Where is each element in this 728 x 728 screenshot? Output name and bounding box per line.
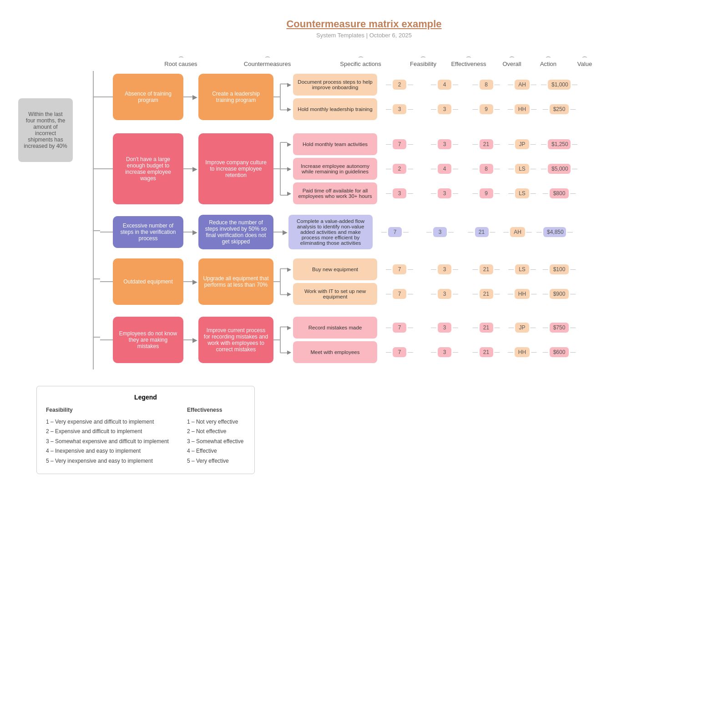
metric-badge: $600 [550,347,569,357]
legend-title: Legend [46,394,245,401]
metric-badge: $5,000 [548,164,571,174]
metric-badge: JP [515,139,529,149]
metric-badge: 3 [438,104,451,114]
metric-badge: $1,250 [548,139,571,149]
metric-badge: 3 [393,188,406,198]
metric-badge: 8 [480,164,493,174]
metric-badge: $900 [550,289,569,299]
metric-badge: 21 [480,139,493,149]
metric-badge: 3 [438,289,451,299]
col-value: Value [577,61,592,67]
metric-badge: 3 [438,347,451,357]
legend-effectiveness-item: 5 – Very effective [187,456,244,466]
metric-badge: AH [510,227,525,237]
row-group: Outdated equipment▶Upgrade all equipment… [100,256,710,308]
metric-badge: $100 [550,264,569,274]
row-group: Employees do not know they are making mi… [100,314,710,366]
metric-badge: HH [515,289,530,299]
metric-badge: 7 [388,227,402,237]
metric-badge: 7 [393,323,406,333]
row-group: Excessive number of steps in the verific… [100,215,710,249]
countermeasure-node: Improve company culture to increase empl… [198,133,273,204]
metric-badge: 21 [480,323,493,333]
specific-action-box: Complete a value-added flow analysis to … [288,215,373,249]
legend-effectiveness-item: 4 – Effective [187,446,244,456]
legend-effectiveness-item: 2 – Not effective [187,427,244,437]
col-overall: Overall [502,61,521,67]
metric-badge: 8 [480,80,493,90]
metric-badge: LS [515,264,529,274]
metric-badge: 4 [438,80,451,90]
metric-badge: 21 [480,264,493,274]
metric-badge: 7 [393,347,406,357]
specific-action-box: Buy new equipment [293,258,377,280]
metric-badge: JP [515,323,529,333]
page-title: Countermeasure matrix example [18,18,710,30]
metric-badge: $750 [550,323,569,333]
legend-effectiveness-item: 3 – Somewhat effective [187,437,244,447]
col-countermeasures: Countermeasures [244,61,291,67]
metric-badge: $250 [550,104,569,114]
specific-action-box: Increase employee autonomy while remaini… [293,158,377,180]
specific-action-box: Work with IT to set up new equipment [293,283,377,305]
legend-feasibility-item: 5 – Very inexpensive and easy to impleme… [46,456,169,466]
specific-action-box: Document process steps to help improve o… [293,74,377,96]
specific-action-box: Hold monthly leadership training [293,98,377,120]
metric-badge: 3 [438,264,451,274]
countermeasure-node: Reduce the number of steps involved by 5… [198,215,273,249]
metric-badge: 4 [438,164,451,174]
col-feasibility: Feasibility [410,61,436,67]
specific-action-box: Record mistakes made [293,317,377,339]
root-cause-node: Employees do not know they are making mi… [113,317,183,363]
specific-action-box: Hold monthly team activities [293,133,377,155]
metric-badge: 7 [393,289,406,299]
legend-feasibility-title: Feasibility [46,405,169,415]
root-cause-node: Absence of training program [113,74,183,120]
root-cause-node: Don't have a large enough budget to incr… [113,133,183,204]
metric-badge: AH [515,80,530,90]
metric-badge: LS [515,188,529,198]
row-group: Absence of training program▶Create a lea… [100,71,710,123]
col-action: Action [540,61,556,67]
metric-badge: 7 [393,264,406,274]
metric-badge: 21 [480,289,493,299]
metric-badge: 2 [393,80,406,90]
page-subtitle: System Templates | October 6, 2025 [18,32,710,39]
problem-box: Within the last four months, the amount … [18,98,73,162]
countermeasure-node: Improve current process for recording mi… [198,317,273,363]
legend-effectiveness-item: 1 – Not very effective [187,417,244,427]
metric-badge: 9 [480,104,493,114]
metric-badge: $1,000 [548,80,571,90]
metric-badge: $800 [550,188,569,198]
legend-feasibility-item: 4 – Inexpensive and easy to implement [46,446,169,456]
metric-badge: 3 [393,104,406,114]
col-effectiveness: Effectiveness [451,61,486,67]
metric-badge: 3 [438,188,451,198]
metric-badge: 3 [438,139,451,149]
countermeasure-node: Upgrade all equipment that performs at l… [198,258,273,305]
legend-feasibility-item: 1 – Very expensive and difficult to impl… [46,417,169,427]
metric-badge: 3 [433,227,447,237]
metric-badge: LS [515,164,529,174]
metric-badge: 21 [475,227,489,237]
root-cause-node: Outdated equipment [113,258,183,305]
countermeasure-node: Create a leadership training program [198,74,273,120]
metric-badge: HH [515,104,530,114]
legend-box: Legend Feasibility 1 – Very expensive an… [36,386,255,474]
metric-badge: 2 [393,164,406,174]
legend-effectiveness-title: Effectiveness [187,405,244,415]
metric-badge: 21 [480,347,493,357]
metric-badge: $4,850 [543,227,566,237]
specific-action-box: Paid time off available for all employee… [293,182,377,204]
metric-badge: 7 [393,139,406,149]
specific-action-box: Meet with employees [293,341,377,363]
col-root-causes: Root causes [164,61,197,67]
metric-badge: 9 [480,188,493,198]
metric-badge: HH [515,347,530,357]
root-cause-node: Excessive number of steps in the verific… [113,216,183,248]
metric-badge: 3 [438,323,451,333]
legend-feasibility-item: 2 – Expensive and difficult to implement [46,427,169,437]
col-specific-actions: Specific actions [340,61,381,67]
legend-feasibility-item: 3 – Somewhat expensive and difficult to … [46,437,169,447]
row-group: Don't have a large enough budget to incr… [100,129,710,208]
